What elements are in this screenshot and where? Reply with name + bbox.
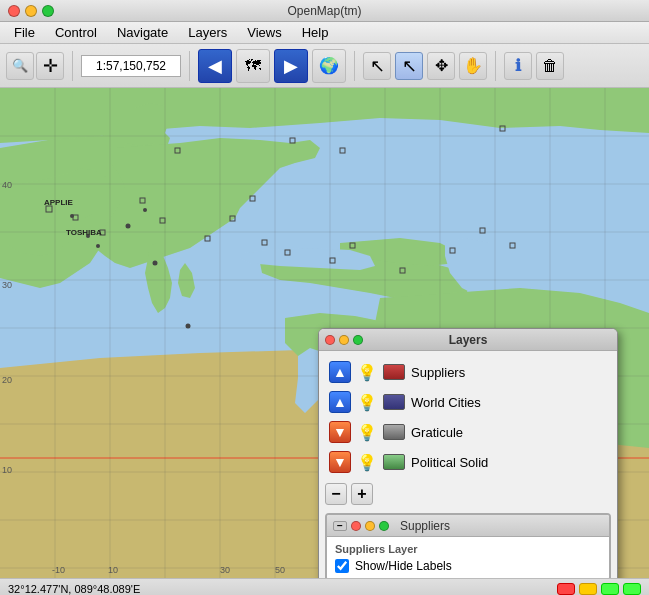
layer-name-graticule: Graticule	[411, 425, 607, 440]
menu-navigate[interactable]: Navigate	[107, 23, 178, 42]
menu-control[interactable]: Control	[45, 23, 107, 42]
map-icon-button[interactable]: 🗺	[236, 49, 270, 83]
svg-text:30: 30	[2, 280, 12, 290]
menu-views[interactable]: Views	[237, 23, 291, 42]
delete-tool[interactable]: 🗑	[536, 52, 564, 80]
separator-4	[495, 51, 496, 81]
panel-close-button[interactable]	[325, 335, 335, 345]
svg-text:-10: -10	[52, 565, 65, 575]
panel-controls[interactable]	[325, 335, 363, 345]
layer-icon-suppliers	[383, 364, 405, 380]
sub-panel-section-label: Suppliers Layer	[335, 543, 601, 555]
sub-panel-max[interactable]	[379, 521, 389, 531]
status-led-green	[601, 583, 619, 595]
layer-icon-graticule	[383, 424, 405, 440]
window-controls[interactable]	[8, 5, 54, 17]
svg-text:30: 30	[220, 565, 230, 575]
menu-file[interactable]: File	[4, 23, 45, 42]
close-button[interactable]	[8, 5, 20, 17]
zoom-controls: 🔍 ✛	[6, 52, 64, 80]
sub-panel-content: Suppliers Layer Show/Hide Labels	[327, 537, 609, 578]
show-hide-labels-row[interactable]: Show/Hide Labels	[335, 559, 601, 573]
forward-button[interactable]: ▶	[274, 49, 308, 83]
svg-text:APPLIE: APPLIE	[44, 198, 74, 207]
bulb-worldcities[interactable]: 💡	[357, 393, 377, 412]
panel-maximize-button[interactable]	[353, 335, 363, 345]
sub-panel-titlebar: − Suppliers	[327, 515, 609, 537]
layer-row-graticule-down[interactable]: ▼ 💡 Graticule	[325, 417, 611, 447]
svg-point-23	[126, 224, 131, 229]
status-led-yellow	[579, 583, 597, 595]
svg-text:10: 10	[2, 465, 12, 475]
status-indicators	[557, 583, 641, 595]
maximize-button[interactable]	[42, 5, 54, 17]
sub-panel-min[interactable]	[365, 521, 375, 531]
layer-row-suppliers-up[interactable]: ▲ 💡 Suppliers	[325, 357, 611, 387]
svg-text:TOSHIBA: TOSHIBA	[66, 228, 102, 237]
move-up-worldcities[interactable]: ▲	[329, 391, 351, 413]
globe-button[interactable]: 🌍	[312, 49, 346, 83]
window-title: OpenMap(tm)	[287, 4, 361, 18]
layer-name-suppliers: Suppliers	[411, 365, 607, 380]
layers-panel-title: Layers	[449, 333, 488, 347]
layers-panel-titlebar: Layers	[319, 329, 617, 351]
status-led-red	[557, 583, 575, 595]
hand-tool[interactable]: ✋	[459, 52, 487, 80]
move-down-political[interactable]: ▼	[329, 451, 351, 473]
menu-layers[interactable]: Layers	[178, 23, 237, 42]
panel-bottom-buttons: − +	[319, 483, 617, 509]
pointer-tool[interactable]: ↖	[363, 52, 391, 80]
svg-text:40: 40	[2, 180, 12, 190]
statusbar: 32°12.477'N, 089°48.089'E	[0, 578, 649, 595]
svg-text:50: 50	[275, 565, 285, 575]
sub-panel-title: Suppliers	[400, 519, 450, 533]
menu-help[interactable]: Help	[292, 23, 339, 42]
layer-icon-worldcities	[383, 394, 405, 410]
map-container[interactable]: 40 30 20 10 -10 10 30 50 60 70 80 90 APP…	[0, 88, 649, 578]
remove-layer-button[interactable]: −	[325, 483, 347, 505]
svg-point-25	[186, 324, 191, 329]
layer-name-political: Political Solid	[411, 455, 607, 470]
move-down-graticule[interactable]: ▼	[329, 421, 351, 443]
minimize-button[interactable]	[25, 5, 37, 17]
back-button[interactable]: ◀	[198, 49, 232, 83]
zoom-in-button[interactable]: 🔍	[6, 52, 34, 80]
suppliers-sub-panel: − Suppliers Suppliers Layer Show/Hide La…	[325, 513, 611, 578]
svg-point-24	[153, 261, 158, 266]
layer-icon-political	[383, 454, 405, 470]
move-tool[interactable]: ✥	[427, 52, 455, 80]
sub-panel-controls[interactable]: −	[333, 521, 389, 531]
bulb-graticule[interactable]: 💡	[357, 423, 377, 442]
svg-point-29	[143, 208, 147, 212]
bulb-suppliers[interactable]: 💡	[357, 363, 377, 382]
move-up-suppliers[interactable]: ▲	[329, 361, 351, 383]
bulb-political[interactable]: 💡	[357, 453, 377, 472]
layer-name-worldcities: World Cities	[411, 395, 607, 410]
svg-point-28	[96, 244, 100, 248]
layers-list: ▲ 💡 Suppliers ▲ 💡 World Cities ▼ 💡 Grati…	[319, 351, 617, 483]
panel-minimize-button[interactable]	[339, 335, 349, 345]
add-layer-button[interactable]: +	[351, 483, 373, 505]
status-led-green-2	[623, 583, 641, 595]
svg-text:10: 10	[108, 565, 118, 575]
separator-3	[354, 51, 355, 81]
separator-1	[72, 51, 73, 81]
layers-panel: Layers ▲ 💡 Suppliers ▲ 💡 World Cities ▼ …	[318, 328, 618, 578]
svg-text:20: 20	[2, 375, 12, 385]
layer-row-worldcities-up[interactable]: ▲ 💡 World Cities	[325, 387, 611, 417]
sub-panel-close[interactable]	[351, 521, 361, 531]
toolbar: 🔍 ✛ 1:57,150,752 ◀ 🗺 ▶ 🌍 ↖ ↖ ✥ ✋ ℹ 🗑	[0, 44, 649, 88]
layer-row-political-down[interactable]: ▼ 💡 Political Solid	[325, 447, 611, 477]
titlebar: OpenMap(tm)	[0, 0, 649, 22]
info-tool[interactable]: ℹ	[504, 52, 532, 80]
coordinates-display: 32°12.477'N, 089°48.089'E	[8, 583, 140, 595]
pan-controls[interactable]: ✛	[36, 52, 64, 80]
menubar: File Control Navigate Layers Views Help	[0, 22, 649, 44]
show-hide-labels-text: Show/Hide Labels	[355, 559, 452, 573]
scale-display: 1:57,150,752	[81, 55, 181, 77]
sub-panel-minus[interactable]: −	[333, 521, 347, 531]
select-tool[interactable]: ↖	[395, 52, 423, 80]
show-hide-labels-checkbox[interactable]	[335, 559, 349, 573]
separator-2	[189, 51, 190, 81]
